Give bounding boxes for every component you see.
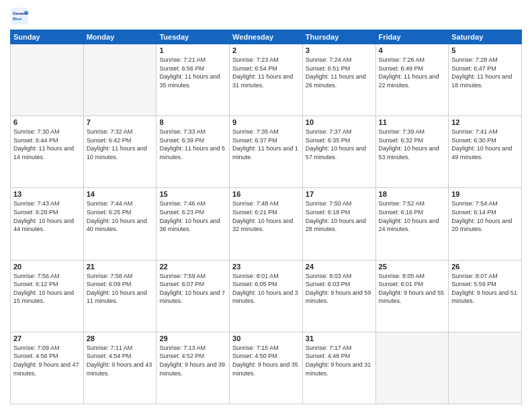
cell-sun-info: Sunrise: 7:09 AMSunset: 4:56 PMDaylight:… [13,344,81,377]
day-number: 3 [306,46,373,54]
calendar-cell: 22Sunrise: 7:59 AMSunset: 6:07 PMDayligh… [157,260,230,332]
cell-sun-info: Sunrise: 7:17 AMSunset: 4:48 PMDaylight:… [306,344,373,377]
day-number: 15 [159,190,226,198]
day-number: 6 [13,118,81,126]
week-row-1: 1Sunrise: 7:21 AMSunset: 6:56 PMDaylight… [11,44,522,116]
calendar-cell: 28Sunrise: 7:11 AMSunset: 4:54 PMDayligh… [83,332,157,404]
cell-sun-info: Sunrise: 7:15 AMSunset: 4:50 PMDaylight:… [232,344,300,377]
cell-sun-info: Sunrise: 7:56 AMSunset: 6:12 PMDaylight:… [13,272,81,306]
cell-sun-info: Sunrise: 7:54 AMSunset: 6:14 PMDaylight:… [451,199,519,233]
cell-sun-info: Sunrise: 7:33 AMSunset: 6:39 PMDaylight:… [159,128,226,161]
cell-sun-info: Sunrise: 7:43 AMSunset: 6:28 PMDaylight:… [13,199,81,233]
svg-text:Blue: Blue [13,16,22,21]
cell-sun-info: Sunrise: 7:44 AMSunset: 6:25 PMDaylight:… [87,199,154,233]
calendar-cell: 14Sunrise: 7:44 AMSunset: 6:25 PMDayligh… [83,188,157,260]
calendar-cell: 29Sunrise: 7:13 AMSunset: 4:52 PMDayligh… [157,332,230,404]
day-number: 5 [451,46,519,54]
weekday-thursday: Thursday [302,30,375,44]
calendar-cell: 10Sunrise: 7:37 AMSunset: 6:35 PMDayligh… [302,116,375,188]
cell-sun-info: Sunrise: 7:52 AMSunset: 6:16 PMDaylight:… [379,199,446,233]
day-number: 19 [451,190,519,198]
cell-sun-info: Sunrise: 8:05 AMSunset: 6:01 PMDaylight:… [379,272,446,306]
calendar-cell: 24Sunrise: 8:03 AMSunset: 6:03 PMDayligh… [302,260,375,332]
calendar-cell: 30Sunrise: 7:15 AMSunset: 4:50 PMDayligh… [230,332,303,404]
day-number: 1 [159,46,226,54]
cell-sun-info: Sunrise: 7:21 AMSunset: 6:56 PMDaylight:… [159,56,226,89]
cell-sun-info: Sunrise: 7:58 AMSunset: 6:09 PMDaylight:… [87,272,154,306]
calendar-cell: 31Sunrise: 7:17 AMSunset: 4:48 PMDayligh… [302,332,375,404]
logo: General Blue [10,7,32,26]
calendar-cell: 2Sunrise: 7:23 AMSunset: 6:54 PMDaylight… [230,44,303,116]
day-number: 26 [451,263,519,271]
day-number: 20 [13,263,81,271]
cell-sun-info: Sunrise: 7:32 AMSunset: 6:42 PMDaylight:… [87,128,154,161]
weekday-monday: Monday [83,30,157,44]
calendar-cell: 27Sunrise: 7:09 AMSunset: 4:56 PMDayligh… [11,332,84,404]
calendar-cell: 19Sunrise: 7:54 AMSunset: 6:14 PMDayligh… [449,188,522,260]
calendar-cell: 18Sunrise: 7:52 AMSunset: 6:16 PMDayligh… [375,188,449,260]
day-number: 30 [232,334,300,342]
calendar-cell [449,332,522,404]
calendar-cell: 21Sunrise: 7:58 AMSunset: 6:09 PMDayligh… [83,260,157,332]
calendar-cell: 26Sunrise: 8:07 AMSunset: 5:59 PMDayligh… [449,260,522,332]
day-number: 7 [87,118,154,126]
cell-sun-info: Sunrise: 7:11 AMSunset: 4:54 PMDaylight:… [87,344,154,377]
calendar-cell: 6Sunrise: 7:30 AMSunset: 6:44 PMDaylight… [11,116,84,188]
calendar-table: SundayMondayTuesdayWednesdayThursdayFrid… [10,30,522,404]
cell-sun-info: Sunrise: 7:26 AMSunset: 6:49 PMDaylight:… [379,56,446,89]
day-number: 25 [379,263,446,271]
calendar-cell: 9Sunrise: 7:35 AMSunset: 6:37 PMDaylight… [230,116,303,188]
cell-sun-info: Sunrise: 7:59 AMSunset: 6:07 PMDaylight:… [159,272,226,306]
calendar-cell: 15Sunrise: 7:46 AMSunset: 6:23 PMDayligh… [157,188,230,260]
calendar-cell: 17Sunrise: 7:50 AMSunset: 6:18 PMDayligh… [302,188,375,260]
week-row-5: 27Sunrise: 7:09 AMSunset: 4:56 PMDayligh… [11,332,522,404]
page: General Blue SundayMondayTuesdayWednesda… [0,0,532,411]
week-row-2: 6Sunrise: 7:30 AMSunset: 6:44 PMDaylight… [11,116,522,188]
cell-sun-info: Sunrise: 8:01 AMSunset: 6:05 PMDaylight:… [232,272,300,306]
day-number: 28 [87,334,154,342]
calendar-cell: 8Sunrise: 7:33 AMSunset: 6:39 PMDaylight… [157,116,230,188]
cell-sun-info: Sunrise: 7:48 AMSunset: 6:21 PMDaylight:… [232,199,300,233]
cell-sun-info: Sunrise: 7:41 AMSunset: 6:30 PMDaylight:… [451,128,519,161]
day-number: 12 [451,118,519,126]
day-number: 2 [232,46,300,54]
cell-sun-info: Sunrise: 7:50 AMSunset: 6:18 PMDaylight:… [306,199,373,233]
cell-sun-info: Sunrise: 7:28 AMSunset: 6:47 PMDaylight:… [451,56,519,89]
calendar-cell: 5Sunrise: 7:28 AMSunset: 6:47 PMDaylight… [449,44,522,116]
day-number: 21 [87,263,154,271]
cell-sun-info: Sunrise: 7:35 AMSunset: 6:37 PMDaylight:… [232,128,300,161]
cell-sun-info: Sunrise: 7:30 AMSunset: 6:44 PMDaylight:… [13,128,81,161]
calendar-cell [83,44,157,116]
day-number: 22 [159,263,226,271]
calendar-cell: 12Sunrise: 7:41 AMSunset: 6:30 PMDayligh… [449,116,522,188]
week-row-3: 13Sunrise: 7:43 AMSunset: 6:28 PMDayligh… [11,188,522,260]
header: General Blue [10,7,522,26]
cell-sun-info: Sunrise: 8:07 AMSunset: 5:59 PMDaylight:… [451,272,519,306]
cell-sun-info: Sunrise: 7:13 AMSunset: 4:52 PMDaylight:… [159,344,226,377]
day-number: 24 [306,263,373,271]
weekday-friday: Friday [375,30,449,44]
day-number: 10 [306,118,373,126]
weekday-wednesday: Wednesday [230,30,303,44]
calendar-cell: 16Sunrise: 7:48 AMSunset: 6:21 PMDayligh… [230,188,303,260]
cell-sun-info: Sunrise: 7:39 AMSunset: 6:32 PMDaylight:… [379,128,446,161]
calendar-cell: 13Sunrise: 7:43 AMSunset: 6:28 PMDayligh… [11,188,84,260]
day-number: 23 [232,263,300,271]
week-row-4: 20Sunrise: 7:56 AMSunset: 6:12 PMDayligh… [11,260,522,332]
day-number: 29 [159,334,226,342]
calendar-cell [375,332,449,404]
cell-sun-info: Sunrise: 7:23 AMSunset: 6:54 PMDaylight:… [232,56,300,89]
day-number: 13 [13,190,81,198]
cell-sun-info: Sunrise: 7:37 AMSunset: 6:35 PMDaylight:… [306,128,373,161]
calendar-cell: 4Sunrise: 7:26 AMSunset: 6:49 PMDaylight… [375,44,449,116]
day-number: 11 [379,118,446,126]
weekday-sunday: Sunday [11,30,84,44]
day-number: 31 [306,334,373,342]
day-number: 17 [306,190,373,198]
day-number: 16 [232,190,300,198]
day-number: 8 [159,118,226,126]
calendar-cell [11,44,84,116]
day-number: 4 [379,46,446,54]
calendar-cell: 3Sunrise: 7:24 AMSunset: 6:51 PMDaylight… [302,44,375,116]
day-number: 27 [13,334,81,342]
